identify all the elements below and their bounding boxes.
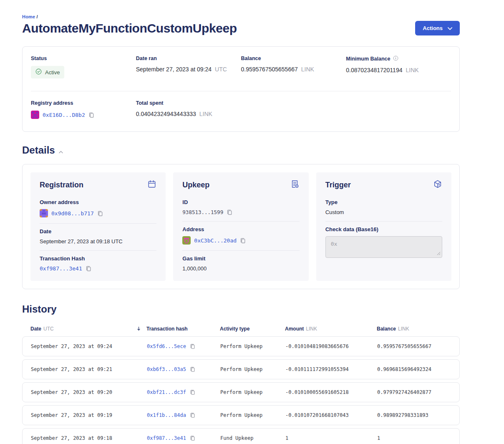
row-balance: 0.9696815696492324 — [377, 366, 451, 372]
row-amount: 1 — [285, 435, 377, 441]
page: Home/ AutomateMyFunctionCustomUpkeep Act… — [0, 0, 504, 444]
breadcrumb-separator: / — [36, 14, 38, 19]
row-amount: -0.010100055691605218 — [285, 389, 377, 395]
status-badge: Active — [31, 66, 64, 78]
row-date: September 27, 2023 at 09:24 — [31, 343, 147, 349]
row-hash-link[interactable]: 0xbf21...dc3f — [147, 389, 186, 395]
copy-icon[interactable] — [190, 412, 195, 418]
column-amount[interactable]: Amount LINK — [285, 326, 377, 332]
resize-grip-icon[interactable] — [437, 250, 441, 257]
trigger-card: Trigger Type Custom Check data (Base16) — [316, 172, 451, 281]
details-heading: Details — [22, 144, 460, 156]
status-field: Status Active — [31, 56, 136, 78]
check-data-textarea[interactable] — [325, 236, 442, 258]
copy-icon[interactable] — [190, 389, 195, 395]
row-hash-link[interactable]: 0x1f1b...84da — [147, 412, 186, 418]
summary-row-2: Registry address 0xE16D...D8b2 Total spe… — [31, 91, 451, 131]
summary-card: Status Active Date ran September 27, 202… — [22, 46, 460, 132]
column-date[interactable]: Date UTC — [30, 326, 146, 332]
row-balance: 0.9797927426402877 — [377, 389, 451, 395]
column-activity-type[interactable]: Activity type — [220, 326, 285, 332]
balance-value: 0.9595767505655667 — [241, 66, 298, 73]
chevron-down-icon — [448, 25, 452, 31]
row-hash-link[interactable]: 0xf987...3e41 — [147, 435, 186, 441]
document-gear-icon — [290, 179, 300, 190]
registry-address-link[interactable]: 0xE16D...D8b2 — [43, 112, 85, 118]
upkeep-id-field: ID 938513...1599 — [182, 194, 299, 222]
table-row: September 27, 2023 at 09:19 0x1f1b...84d… — [22, 405, 460, 425]
owner-address-field: Owner address 0x9d08...b717 — [40, 194, 156, 224]
registry-field: Registry address 0xE16D...D8b2 — [31, 100, 136, 119]
min-balance-suffix: LINK — [406, 67, 418, 73]
upkeep-id-label: ID — [182, 199, 299, 205]
registration-date-field: Date September 27, 2023 at 09:18 UTC — [40, 224, 156, 251]
gas-limit-label: Gas limit — [182, 255, 299, 262]
trigger-type-value: Custom — [325, 209, 442, 215]
upkeep-id-value: 938513...1599 — [182, 209, 223, 215]
copy-icon[interactable] — [97, 210, 103, 217]
copy-icon[interactable] — [190, 366, 195, 372]
copy-icon[interactable] — [227, 209, 232, 215]
details-box: Registration Owner address 0x9d08...b717 — [22, 164, 460, 289]
upkeep-card: Upkeep ID 938513...1599 Address — [173, 172, 308, 281]
title-bar: AutomateMyFunctionCustomUpkeep Actions — [22, 21, 460, 35]
upkeep-address-label: Address — [182, 226, 299, 232]
registration-title: Registration — [40, 181, 83, 189]
upkeep-address-field: Address 0xC3bC...20ad — [182, 222, 299, 251]
total-spent-suffix: LINK — [199, 111, 212, 117]
registration-date-label: Date — [40, 228, 156, 235]
row-activity-type: Fund Upkeep — [220, 435, 285, 441]
date-ran-value: September 27, 2023 at 09:24 — [136, 66, 212, 73]
column-date-suffix: UTC — [43, 326, 54, 332]
upkeep-title: Upkeep — [182, 181, 209, 189]
column-transaction-hash[interactable]: Transaction hash — [146, 326, 220, 332]
owner-identicon — [40, 209, 48, 217]
trigger-type-field: Type Custom — [325, 194, 442, 222]
copy-icon[interactable] — [240, 237, 246, 244]
table-row: September 27, 2023 at 09:24 0x5fd6...5ec… — [22, 336, 460, 356]
total-spent-label: Total spent — [136, 100, 241, 106]
summary-row-1: Status Active Date ran September 27, 202… — [31, 47, 451, 91]
calendar-icon — [147, 179, 156, 190]
column-balance[interactable]: Balance LINK — [377, 326, 451, 332]
history-heading: History — [22, 303, 460, 315]
gas-limit-value: 1,000,000 — [182, 265, 299, 272]
row-hash-link[interactable]: 0x5fd6...5ece — [147, 343, 186, 349]
copy-icon[interactable] — [86, 265, 91, 272]
chevron-up-icon[interactable] — [59, 144, 63, 156]
info-icon[interactable] — [393, 56, 398, 62]
status-label: Status — [31, 56, 136, 61]
owner-address-link[interactable]: 0x9d08...b717 — [51, 210, 94, 217]
trigger-title: Trigger — [325, 181, 351, 189]
total-spent-field: Total spent 0.04042324943443333LINK — [136, 100, 241, 119]
registration-card: Registration Owner address 0x9d08...b717 — [30, 172, 166, 281]
history-table-header: Date UTC Transaction hash Activity type … — [22, 326, 460, 332]
min-balance-value: 0.0870234817201194 — [346, 67, 402, 73]
row-date: September 27, 2023 at 09:18 — [31, 435, 147, 441]
balance-field: Balance 0.9595767505655667LINK — [241, 56, 346, 78]
actions-button[interactable]: Actions — [415, 21, 460, 35]
table-row: September 27, 2023 at 09:18 0xf987...3e4… — [22, 428, 460, 444]
page-title: AutomateMyFunctionCustomUpkeep — [22, 21, 237, 35]
registry-identicon — [31, 111, 39, 119]
upkeep-address-link[interactable]: 0xC3bC...20ad — [194, 237, 237, 244]
breadcrumb: Home/ — [22, 14, 460, 19]
check-circle-icon — [35, 68, 42, 76]
row-balance: 0.989892798331893 — [377, 412, 451, 418]
breadcrumb-home-link[interactable]: Home — [22, 14, 35, 19]
copy-icon[interactable] — [88, 112, 94, 118]
balance-label: Balance — [241, 56, 346, 61]
row-amount: -0.010111172991055394 — [285, 366, 377, 372]
cube-icon — [433, 179, 442, 190]
total-spent-value: 0.04042324943443333 — [136, 111, 196, 117]
copy-icon[interactable] — [190, 435, 195, 441]
transaction-hash-link[interactable]: 0xf987...3e41 — [40, 265, 82, 272]
copy-icon[interactable] — [190, 343, 195, 349]
gas-limit-field: Gas limit 1,000,000 — [182, 251, 299, 272]
sort-descending-icon[interactable] — [137, 327, 141, 331]
date-ran-field: Date ran September 27, 2023 at 09:24UTC — [136, 56, 241, 78]
row-activity-type: Perform Upkeep — [220, 343, 285, 349]
row-amount: -0.010104819083665676 — [285, 343, 377, 349]
row-hash-link[interactable]: 0xb6f3...03a5 — [147, 366, 186, 372]
owner-address-label: Owner address — [40, 199, 156, 205]
